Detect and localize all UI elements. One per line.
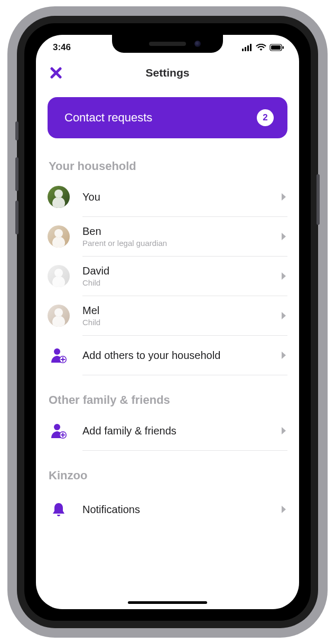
- avatar: [48, 265, 70, 287]
- add-person-icon: [48, 344, 70, 366]
- row-title: Notifications: [82, 504, 275, 516]
- household-row-ben[interactable]: Ben Parent or legal guardian: [36, 217, 299, 256]
- page-title: Settings: [146, 67, 190, 79]
- row-title: Add others to your household: [82, 349, 275, 362]
- row-title: Mel: [82, 305, 275, 317]
- chevron-right-icon: [280, 426, 287, 435]
- cellular-icon: [242, 44, 253, 51]
- mute-switch[interactable]: [15, 121, 18, 140]
- chevron-right-icon: [280, 232, 287, 241]
- add-person-icon: [48, 420, 70, 442]
- bell-icon: [48, 498, 70, 520]
- chevron-right-icon: [280, 351, 287, 360]
- section-title-friends: Other family & friends: [36, 375, 299, 411]
- add-household-button[interactable]: Add others to your household: [36, 336, 299, 375]
- household-row-you[interactable]: You: [36, 177, 299, 216]
- banner-label: Contact requests: [64, 111, 152, 125]
- power-button[interactable]: [317, 174, 320, 225]
- row-subtitle: Child: [82, 278, 275, 287]
- chevron-right-icon: [280, 271, 287, 281]
- svg-rect-1: [245, 47, 246, 51]
- wifi-icon: [256, 44, 266, 51]
- add-friends-button[interactable]: Add family & friends: [36, 411, 299, 450]
- volume-down-button[interactable]: [15, 201, 18, 234]
- speaker-grill: [149, 42, 186, 46]
- battery-icon: [269, 44, 284, 51]
- avatar: [48, 225, 70, 248]
- header: Settings: [36, 60, 299, 86]
- svg-point-10: [54, 424, 60, 430]
- close-icon: [50, 67, 62, 79]
- row-title: Add family & friends: [82, 425, 275, 437]
- close-button[interactable]: [48, 64, 64, 81]
- notifications-row[interactable]: Notifications: [36, 487, 299, 526]
- chevron-right-icon: [280, 192, 287, 202]
- svg-rect-5: [271, 45, 281, 50]
- avatar: [48, 305, 70, 327]
- screen: 3:46: [36, 35, 299, 609]
- section-title-household: Your household: [36, 138, 299, 177]
- notch: [112, 35, 223, 53]
- row-title: You: [82, 191, 275, 203]
- svg-rect-3: [250, 44, 252, 51]
- phone-frame: 3:46: [17, 16, 318, 628]
- volume-up-button[interactable]: [15, 157, 18, 191]
- svg-point-7: [54, 348, 60, 355]
- status-time: 3:46: [53, 42, 71, 53]
- row-subtitle: Child: [82, 318, 275, 327]
- chevron-right-icon: [280, 505, 287, 514]
- row-title: David: [82, 265, 275, 277]
- row-subtitle: Parent or legal guardian: [82, 239, 275, 248]
- home-indicator[interactable]: [128, 601, 207, 604]
- household-row-david[interactable]: David Child: [36, 257, 299, 296]
- front-camera: [194, 41, 201, 47]
- row-title: Ben: [82, 225, 275, 238]
- household-row-mel[interactable]: Mel Child: [36, 296, 299, 335]
- contact-requests-banner[interactable]: Contact requests 2: [48, 97, 287, 138]
- svg-rect-0: [242, 49, 244, 51]
- section-title-kinzoo: Kinzoo: [36, 451, 299, 487]
- svg-rect-6: [283, 46, 284, 49]
- svg-rect-2: [247, 45, 249, 51]
- banner-badge: 2: [257, 109, 274, 126]
- chevron-right-icon: [280, 311, 287, 320]
- avatar: [48, 186, 70, 208]
